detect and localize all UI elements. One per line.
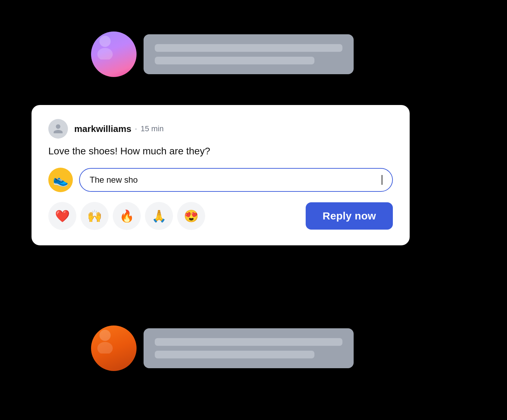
comment-text: Love the shoes! How much are they? [48,144,393,158]
actions-row: ❤️ 🙌 🔥 🙏 😍 Reply now [48,202,393,230]
svg-point-2 [99,330,111,341]
bottom-ghost-card [91,326,354,371]
bottom-ghost-content [144,328,354,368]
comment-header: markwilliams · 15 min [48,119,393,139]
svg-point-3 [97,342,113,354]
commenter-username: markwilliams [74,124,131,134]
emoji-buttons-group: ❤️ 🙌 🔥 🙏 😍 [48,202,205,230]
comment-timestamp: 15 min [140,124,164,133]
emoji-hands-button[interactable]: 🙌 [81,202,109,230]
text-cursor [382,175,382,185]
emoji-heart-eyes-button[interactable]: 😍 [177,202,205,230]
top-ghost-avatar [91,31,137,77]
comment-card: markwilliams · 15 min Love the shoes! Ho… [32,105,410,245]
reply-now-button[interactable]: Reply now [306,202,393,230]
comment-separator: · [135,124,137,133]
svg-point-0 [99,36,111,47]
svg-point-1 [97,48,113,59]
top-ghost-card [91,31,354,77]
top-ghost-content [144,34,354,74]
top-ghost-line-2 [155,57,314,64]
reply-user-avatar: 👟 [48,168,73,192]
emoji-pray-button[interactable]: 🙏 [145,202,173,230]
emoji-heart-button[interactable]: ❤️ [48,202,76,230]
bottom-ghost-avatar [91,326,137,371]
comment-meta: markwilliams · 15 min [74,124,164,134]
reply-input-area: 👟 The new sho [48,168,393,192]
top-ghost-line-1 [155,44,342,52]
user-icon [53,123,64,134]
emoji-fire-button[interactable]: 🔥 [113,202,141,230]
commenter-avatar [48,119,68,139]
bottom-ghost-line-2 [155,351,314,358]
bottom-ghost-line-1 [155,338,342,346]
reply-input-wrapper[interactable]: The new sho [79,168,393,192]
reply-input-text: The new sho [90,175,381,185]
